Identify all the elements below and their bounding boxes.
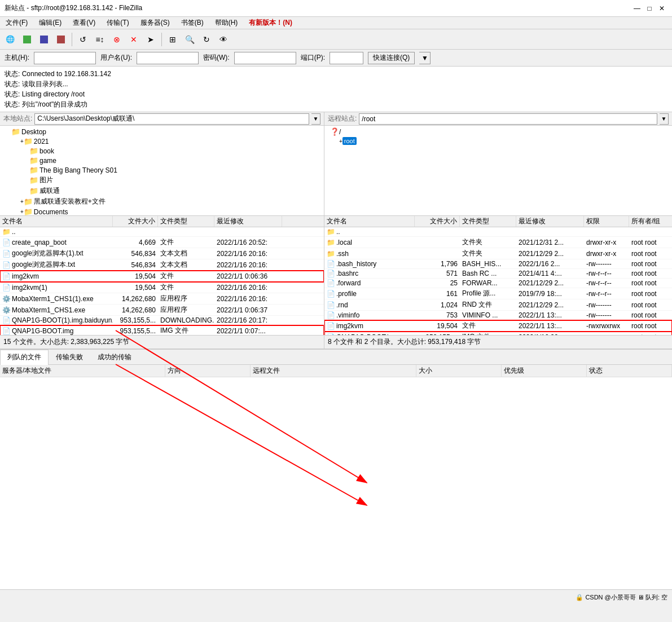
file-icon: 📄 xyxy=(2,250,11,258)
remote-col-type[interactable]: 文件类型 xyxy=(460,216,516,227)
local-file-row[interactable]: 📄 img2kvm 19,504 文件 2022/1/1 0:06:36 xyxy=(0,271,324,282)
tb-btn13[interactable]: 👁 xyxy=(216,32,231,47)
file-icon: 📄 xyxy=(2,316,11,324)
title-controls: — □ ✕ xyxy=(631,3,667,14)
maximize-button[interactable]: □ xyxy=(644,3,655,14)
menu-transfer[interactable]: 传输(T) xyxy=(103,17,132,28)
tb-btn3[interactable] xyxy=(36,32,52,47)
local-col-name[interactable]: 文件名 xyxy=(0,216,113,227)
local-path-dropdown[interactable]: ▼ xyxy=(311,113,320,125)
menu-file[interactable]: 文件(F) xyxy=(2,17,31,28)
file-type-cell: 文件 xyxy=(158,271,214,281)
tree-item-root[interactable]: + root xyxy=(326,136,671,145)
port-input[interactable] xyxy=(330,52,363,64)
user-label: 用户名(U): xyxy=(100,53,132,63)
quick-connect-button[interactable]: 快速连接(Q) xyxy=(368,52,415,64)
tree-expand-root2[interactable]: + xyxy=(339,138,342,144)
remote-col-size[interactable]: 文件大小 xyxy=(415,216,460,227)
local-file-row[interactable]: 📄 google浏览器脚本(1).txt 546,834 文本文档 2022/1… xyxy=(0,248,324,259)
tb-btn12[interactable]: ↻ xyxy=(199,32,214,47)
minimize-button[interactable]: — xyxy=(631,3,643,14)
local-file-row[interactable]: 📄 QNAP1G-BOOT(1).img.baiduyun.p.downlo..… xyxy=(0,316,324,325)
tb-btn11[interactable]: 🔍 xyxy=(182,32,197,47)
remote-file-icon: 📄 xyxy=(327,322,335,330)
local-file-row[interactable]: ⚙️ MobaXterm1_CHS1(1).exe 14,262,680 应用程… xyxy=(0,293,324,305)
tree-item-docs[interactable]: + 📁 Documents xyxy=(0,207,324,216)
tb-btn9[interactable]: ➤ xyxy=(143,32,159,47)
tb-refresh[interactable]: ↺ xyxy=(75,32,91,47)
remote-file-row[interactable]: 📁 .ssh 文件夹 2021/12/29 2... drwxr-xr-x ro… xyxy=(324,248,672,259)
close-button[interactable]: ✕ xyxy=(656,3,667,14)
user-input[interactable] xyxy=(137,52,199,64)
remote-col-perm[interactable]: 权限 xyxy=(584,216,629,227)
tree-item-root-slash[interactable]: ❓ / xyxy=(326,127,671,136)
local-col-size[interactable]: 文件大小 xyxy=(113,216,158,227)
remote-col-owner[interactable]: 所有者/组 xyxy=(629,216,672,227)
remote-file-row[interactable]: 📄 .rnd 1,024 RND 文件 2021/12/29 2... -rw-… xyxy=(324,299,672,311)
remote-file-icon: 📄 xyxy=(327,279,335,287)
question-icon: ❓ xyxy=(330,127,339,136)
local-file-row[interactable]: 📄 img2kvm(1) 19,504 文件 2022/1/16 20:16: xyxy=(0,282,324,293)
tb-btn2[interactable] xyxy=(19,32,35,47)
tb-btn4[interactable] xyxy=(53,32,69,47)
remote-file-row[interactable]: 📁 .local 文件夹 2021/12/31 2... drwxr-xr-x … xyxy=(324,237,672,248)
remote-tree[interactable]: ❓ / + root xyxy=(324,126,672,216)
tree-item-wlt[interactable]: 📁 威联通 xyxy=(0,186,324,196)
menu-edit[interactable]: 编辑(E) xyxy=(36,17,65,28)
local-file-row[interactable]: 📄 create_qnap_boot 4,669 文件 2022/1/16 20… xyxy=(0,237,324,248)
file-type-cell: DOWNLOADING... xyxy=(158,316,214,325)
remote-file-row[interactable]: 📄 .profile 161 Profile 源... 2019/7/9 18:… xyxy=(324,288,672,299)
pass-input[interactable] xyxy=(234,52,296,64)
local-file-row[interactable]: 📁 .. xyxy=(0,227,324,237)
local-file-row[interactable]: 📄 QNAP1G-BOOT.img 953,155,5... IMG 文件 20… xyxy=(0,325,324,335)
tb-btn10[interactable]: ⊞ xyxy=(165,32,181,47)
tree-item-game[interactable]: 📁 game xyxy=(0,156,324,165)
tree-item-2021[interactable]: + 📁 2021 xyxy=(0,136,324,146)
tb-btn6[interactable]: ≡↕ xyxy=(92,32,108,47)
file-size-cell: 14,262,680 xyxy=(113,306,158,315)
file-name-text: img2kvm(1) xyxy=(12,284,47,292)
remote-file-row[interactable]: 📄 .forward 25 FORWAR... 2021/12/29 2... … xyxy=(324,279,672,288)
remote-file-name-cell: 📁 .ssh xyxy=(324,249,415,258)
menu-view[interactable]: 查看(V) xyxy=(69,17,99,28)
file-name-text: img2kvm xyxy=(12,272,39,280)
local-path-input[interactable] xyxy=(34,113,309,125)
tab-success[interactable]: 成功的传输 xyxy=(90,350,139,364)
local-file-list[interactable]: 文件名 文件大小 文件类型 最近修改 📁 .. 📄 create_qnap_bo… xyxy=(0,216,324,335)
remote-file-row[interactable]: 📄 .bashrc 571 Bash RC ... 2021/4/11 4:..… xyxy=(324,269,672,279)
local-file-row[interactable]: ⚙️ MobaXterm1_CHS1.exe 14,262,680 应用程序 2… xyxy=(0,305,324,316)
remote-file-row[interactable]: 📁 .. xyxy=(324,227,672,237)
remote-col-date[interactable]: 最近修改 xyxy=(516,216,584,227)
tree-item-bigbang[interactable]: 📁 The Big Bang Theory S01 xyxy=(0,165,324,175)
menu-newversion[interactable]: 有新版本！(N) xyxy=(245,17,296,28)
remote-file-row[interactable]: 📄 .bash_history 1,796 BASH_HIS... 2022/1… xyxy=(324,259,672,269)
remote-path-input[interactable] xyxy=(359,113,657,125)
tree-item-desktop[interactable]: 📁 Desktop xyxy=(0,127,324,136)
local-col-date[interactable]: 最近修改 xyxy=(214,216,282,227)
remote-file-name-text: .. xyxy=(336,228,340,236)
remote-file-icon: 📄 xyxy=(327,301,335,309)
remote-path-dropdown[interactable]: ▼ xyxy=(660,113,669,125)
menu-help[interactable]: 帮助(H) xyxy=(212,17,241,28)
tb-stop[interactable]: ⊗ xyxy=(109,32,125,47)
menu-server[interactable]: 服务器(S) xyxy=(137,17,173,28)
remote-file-list[interactable]: 文件名 文件大小 文件类型 最近修改 权限 所有者/组 📁 .. 📁 .loca… xyxy=(324,216,672,335)
file-name-cell: ⚙️ MobaXterm1_CHS1.exe xyxy=(0,306,113,315)
local-tree[interactable]: 📁 Desktop + 📁 2021 📁 book xyxy=(0,126,324,216)
remote-file-row[interactable]: 📄 .viminfo 753 VIMINFO ... 2022/1/1 13:.… xyxy=(324,311,672,320)
tab-failed[interactable]: 传输失败 xyxy=(49,350,90,364)
menu-bookmark[interactable]: 书签(B) xyxy=(178,17,207,28)
tb-btn8[interactable]: ✕ xyxy=(126,32,142,47)
tree-item-pictures[interactable]: 📁 图片 xyxy=(0,175,324,186)
local-file-row[interactable]: 📄 google浏览器脚本.txt 546,834 文本文档 2022/1/16… xyxy=(0,259,324,271)
remote-file-row[interactable]: 📄 img2kvm 19,504 文件 2022/1/1 13:... -rwx… xyxy=(324,320,672,332)
tree-item-hwlt[interactable]: + 📁 黑威联通安装教程+文件 xyxy=(0,196,324,207)
tab-queued[interactable]: 列队的文件 xyxy=(0,350,49,365)
remote-file-owner-cell: root root xyxy=(629,269,672,278)
host-input[interactable] xyxy=(34,52,96,64)
tb-siteman[interactable]: 🌐 xyxy=(2,32,18,47)
local-col-type[interactable]: 文件类型 xyxy=(158,216,214,227)
quick-connect-dropdown[interactable]: ▼ xyxy=(419,52,431,64)
tree-item-book[interactable]: 📁 book xyxy=(0,146,324,156)
remote-col-name[interactable]: 文件名 xyxy=(324,216,415,227)
